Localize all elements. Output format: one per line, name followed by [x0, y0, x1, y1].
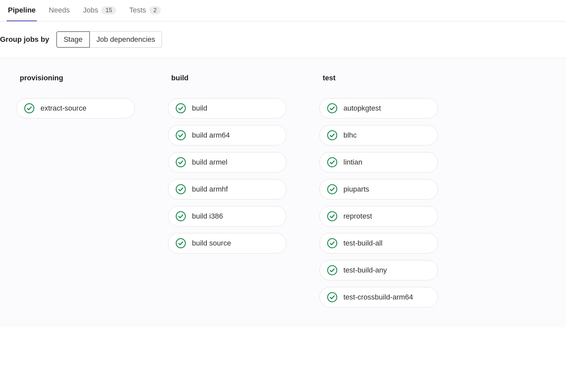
group-by-deps-button[interactable]: Job dependencies — [90, 31, 162, 48]
pipeline-canvas: provisioning extract-sourcebuild build b… — [0, 58, 566, 327]
job-pill[interactable]: build — [168, 98, 286, 118]
svg-point-9 — [328, 158, 337, 167]
job-pill[interactable]: extract-source — [16, 98, 135, 118]
tab-label: Pipeline — [8, 6, 36, 14]
job-pill[interactable]: build i386 — [168, 206, 286, 226]
jobs-count-badge: 15 — [101, 6, 116, 14]
job-label: test-crossbuild-arm64 — [343, 293, 413, 301]
job-label: test-build-all — [343, 239, 383, 248]
check-circle-icon — [327, 157, 337, 168]
job-pill[interactable]: build arm64 — [168, 125, 286, 145]
check-circle-icon — [175, 130, 186, 141]
check-circle-icon — [175, 157, 186, 168]
job-label: piuparts — [343, 185, 369, 194]
check-circle-icon — [327, 184, 337, 195]
job-label: autopkgtest — [343, 104, 381, 113]
job-pill[interactable]: build armhf — [168, 179, 286, 199]
group-by-row: Group jobs by Stage Job dependencies — [0, 21, 566, 58]
check-circle-icon — [175, 184, 186, 195]
job-pill[interactable]: blhc — [319, 125, 438, 145]
job-pill[interactable]: test-crossbuild-arm64 — [319, 287, 438, 307]
check-circle-icon — [175, 238, 186, 248]
job-pill[interactable]: test-build-all — [319, 233, 438, 253]
job-pill[interactable]: lintian — [319, 152, 438, 172]
job-label: test-build-any — [343, 266, 387, 274]
svg-point-5 — [176, 212, 185, 221]
job-pill[interactable]: build armel — [168, 152, 286, 172]
check-circle-icon — [327, 238, 337, 248]
group-by-label: Group jobs by — [0, 35, 49, 44]
stage-title: build — [168, 74, 286, 82]
job-label: blhc — [343, 131, 357, 140]
stage-column: test autopkgtest blhc lintian piuparts r… — [319, 74, 438, 307]
stage-column: provisioning extract-source — [16, 74, 135, 118]
tab-label: Tests — [129, 6, 146, 14]
check-circle-icon — [327, 103, 337, 114]
tab-label: Jobs — [83, 6, 98, 14]
svg-point-0 — [25, 104, 34, 113]
job-label: build arm64 — [192, 131, 230, 140]
svg-point-14 — [328, 293, 337, 302]
job-label: build source — [192, 239, 231, 248]
check-circle-icon — [175, 211, 186, 222]
tab-tests[interactable]: Tests 2 — [128, 0, 162, 21]
check-circle-icon — [24, 103, 35, 114]
check-circle-icon — [327, 292, 337, 302]
svg-point-4 — [176, 185, 185, 194]
stage-title: test — [319, 74, 438, 82]
stage-column: build build build arm64 build armel buil… — [168, 74, 286, 253]
check-circle-icon — [327, 211, 337, 222]
job-label: build — [192, 104, 207, 113]
svg-point-7 — [328, 104, 337, 113]
check-circle-icon — [327, 130, 337, 141]
check-circle-icon — [175, 103, 186, 114]
svg-point-10 — [328, 185, 337, 194]
job-label: extract-source — [40, 104, 86, 113]
job-list: build build arm64 build armel build armh… — [168, 98, 286, 253]
job-label: lintian — [343, 158, 362, 167]
stage-title: provisioning — [16, 74, 135, 82]
job-pill[interactable]: test-build-any — [319, 260, 438, 280]
pipeline-tabs: Pipeline Needs Jobs 15 Tests 2 — [0, 0, 566, 21]
svg-point-2 — [176, 131, 185, 140]
job-list: autopkgtest blhc lintian piuparts reprot… — [319, 98, 438, 307]
svg-point-12 — [328, 239, 337, 248]
svg-point-1 — [176, 104, 185, 113]
job-list: extract-source — [16, 98, 135, 118]
job-pill[interactable]: reprotest — [319, 206, 438, 226]
group-by-toggle: Stage Job dependencies — [56, 31, 162, 48]
job-label: build armel — [192, 158, 228, 167]
svg-point-13 — [328, 266, 337, 275]
job-pill[interactable]: autopkgtest — [319, 98, 438, 118]
svg-point-6 — [176, 239, 185, 248]
tab-label: Needs — [49, 6, 70, 14]
tab-needs[interactable]: Needs — [47, 0, 71, 21]
tab-pipeline[interactable]: Pipeline — [7, 0, 37, 21]
svg-point-3 — [176, 158, 185, 167]
job-pill[interactable]: build source — [168, 233, 286, 253]
group-by-stage-button[interactable]: Stage — [56, 31, 90, 48]
svg-point-11 — [328, 212, 337, 221]
stages-container: provisioning extract-sourcebuild build b… — [16, 74, 550, 307]
job-label: reprotest — [343, 212, 372, 221]
job-label: build armhf — [192, 185, 228, 194]
svg-point-8 — [328, 131, 337, 140]
job-label: build i386 — [192, 212, 223, 221]
job-pill[interactable]: piuparts — [319, 179, 438, 199]
tests-count-badge: 2 — [149, 6, 161, 14]
check-circle-icon — [327, 265, 337, 275]
tab-jobs[interactable]: Jobs 15 — [82, 0, 118, 21]
